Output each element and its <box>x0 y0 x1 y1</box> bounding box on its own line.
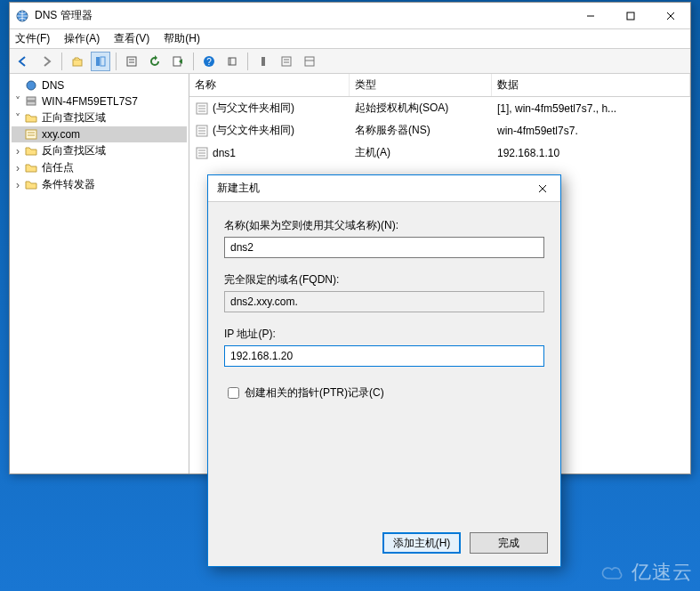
svg-rect-14 <box>229 58 236 65</box>
cell-type: 起始授权机构(SOA) <box>355 101 448 116</box>
list-row[interactable]: (与父文件夹相同) 起始授权机构(SOA) [1], win-4fm59etl7… <box>189 97 690 119</box>
watermark-text: 亿速云 <box>632 559 693 586</box>
tree-label: DNS <box>42 79 64 92</box>
titlebar[interactable]: DNS 管理器 <box>10 3 690 29</box>
svg-rect-6 <box>96 57 100 66</box>
server-icon <box>24 94 38 109</box>
tool-btn-1[interactable] <box>253 52 273 71</box>
minimize-button[interactable] <box>570 3 610 28</box>
svg-rect-5 <box>73 60 82 66</box>
svg-text:?: ? <box>206 57 212 67</box>
tree-label: 反向查找区域 <box>42 143 106 158</box>
tree-node-conditional-forwarders[interactable]: › 条件转发器 <box>12 176 187 193</box>
svg-rect-17 <box>282 57 291 66</box>
show-hide-tree-button[interactable] <box>91 52 110 71</box>
cell-data: win-4fm59etl7s7. <box>497 125 578 137</box>
dialog-body: 名称(如果为空则使用其父域名称)(N): 完全限定的域名(FQDN): IP 地… <box>208 202 560 523</box>
maximize-button[interactable] <box>610 3 650 28</box>
forward-button[interactable] <box>36 52 56 71</box>
record-icon <box>195 124 209 138</box>
export-button[interactable] <box>168 52 188 71</box>
menubar: 文件(F) 操作(A) 查看(V) 帮助(H) <box>10 29 690 49</box>
cell-type: 主机(A) <box>355 145 390 160</box>
svg-rect-8 <box>127 57 136 66</box>
dns-app-icon <box>15 9 29 23</box>
svg-rect-2 <box>627 12 634 20</box>
folder-icon <box>24 144 38 158</box>
record-icon <box>195 101 209 116</box>
toolbar-separator <box>61 53 62 70</box>
tree-label: WIN-4FM59ETL7S7 <box>42 95 138 108</box>
tree-node-reverse-zones[interactable]: › 反向查找区域 <box>12 142 187 159</box>
help-button[interactable]: ? <box>199 52 219 71</box>
window-title: DNS 管理器 <box>35 8 570 23</box>
list-row[interactable]: dns1 主机(A) 192.168.1.10 <box>189 142 690 164</box>
menu-help[interactable]: 帮助(H) <box>164 31 200 46</box>
create-ptr-label: 创建相关的指针(PTR)记录(C) <box>245 385 384 401</box>
list-row[interactable]: (与父文件夹相同) 名称服务器(NS) win-4fm59etl7s7. <box>189 119 690 142</box>
tool-btn-2[interactable] <box>277 52 296 71</box>
expand-caret-icon[interactable]: ˅ <box>12 95 24 108</box>
folder-icon <box>24 161 38 175</box>
dns-root-icon <box>24 78 38 93</box>
cell-name: (与父文件夹相同) <box>213 123 294 138</box>
done-button[interactable]: 完成 <box>470 532 548 554</box>
collapse-caret-icon[interactable]: › <box>12 162 24 174</box>
folder-open-icon <box>24 111 38 125</box>
collapse-caret-icon[interactable]: › <box>12 179 24 191</box>
menu-file[interactable]: 文件(F) <box>15 31 50 46</box>
properties-button[interactable] <box>122 52 141 71</box>
cell-data: 192.168.1.10 <box>497 147 559 159</box>
tree-node-dns-root[interactable]: DNS <box>12 77 187 93</box>
up-button[interactable] <box>68 52 87 71</box>
cell-name: (与父文件夹相同) <box>213 101 294 116</box>
filter-button[interactable] <box>222 52 242 71</box>
back-button[interactable] <box>13 52 33 71</box>
name-label: 名称(如果为空则使用其父域名称)(N): <box>224 218 544 233</box>
toolbar-separator <box>247 53 248 70</box>
ip-label: IP 地址(P): <box>224 327 544 342</box>
toolbar-separator <box>116 53 117 70</box>
tree-node-server[interactable]: ˅ WIN-4FM59ETL7S7 <box>12 93 187 109</box>
dialog-close-button[interactable] <box>525 175 560 201</box>
menu-operate[interactable]: 操作(A) <box>64 31 100 46</box>
list-header: 名称 类型 数据 <box>189 74 690 97</box>
tool-btn-3[interactable] <box>300 52 319 71</box>
tree-label: 条件转发器 <box>42 177 95 192</box>
tree-node-zone-xxy[interactable]: xxy.com <box>12 126 187 142</box>
fqdn-input <box>224 291 544 312</box>
fqdn-label: 完全限定的域名(FQDN): <box>224 272 544 287</box>
create-ptr-checkbox[interactable] <box>228 387 239 399</box>
expand-caret-icon[interactable]: ˅ <box>12 112 24 125</box>
svg-rect-23 <box>27 97 36 101</box>
cell-data: [1], win-4fm59etl7s7., h... <box>497 102 616 115</box>
svg-rect-20 <box>305 57 314 66</box>
cell-type: 名称服务器(NS) <box>355 123 430 138</box>
menu-view[interactable]: 查看(V) <box>114 31 149 46</box>
tree-label: 正向查找区域 <box>42 110 106 125</box>
tree-label: 信任点 <box>42 160 74 175</box>
tree-node-forward-zones[interactable]: ˅ 正向查找区域 <box>12 109 187 126</box>
svg-rect-25 <box>26 130 36 139</box>
column-header-data[interactable]: 数据 <box>492 74 690 96</box>
toolbar-separator <box>193 53 194 70</box>
column-header-name[interactable]: 名称 <box>189 74 350 96</box>
zone-icon <box>24 127 38 142</box>
tree-panel[interactable]: DNS ˅ WIN-4FM59ETL7S7 ˅ 正向查找区域 xxy.com ›… <box>10 74 189 474</box>
refresh-button[interactable] <box>145 52 165 71</box>
name-input[interactable] <box>224 237 544 258</box>
ip-input[interactable] <box>224 345 544 367</box>
toolbar: ? <box>10 49 690 74</box>
svg-rect-16 <box>261 57 265 66</box>
column-header-type[interactable]: 类型 <box>350 74 492 96</box>
tree-node-trust-points[interactable]: › 信任点 <box>12 159 187 176</box>
close-button[interactable] <box>650 3 690 28</box>
add-host-button[interactable]: 添加主机(H) <box>382 532 461 554</box>
dialog-titlebar[interactable]: 新建主机 <box>208 175 560 202</box>
tree-label: xxy.com <box>42 128 80 141</box>
watermark: 亿速云 <box>601 559 693 586</box>
collapse-caret-icon[interactable]: › <box>12 145 24 158</box>
new-host-dialog: 新建主机 名称(如果为空则使用其父域名称)(N): 完全限定的域名(FQDN):… <box>207 174 561 567</box>
svg-rect-24 <box>27 101 36 105</box>
svg-point-22 <box>27 81 36 90</box>
